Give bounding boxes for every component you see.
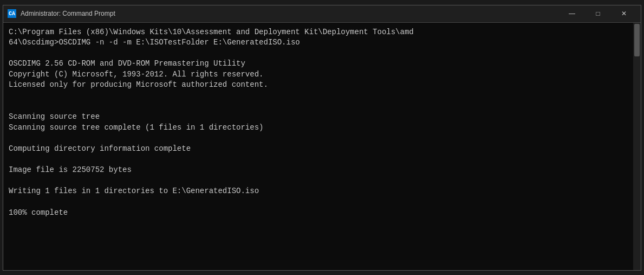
console-blank-line xyxy=(9,48,628,59)
console-area: C:\Program Files (x86)\Windows Kits\10\A… xyxy=(3,23,641,270)
console-blank-line xyxy=(9,91,628,101)
console-line: Image file is 2250752 bytes xyxy=(9,165,628,176)
window-title: Administrator: Command Prompt xyxy=(21,10,115,17)
console-line: OSCDIMG 2.56 CD-ROM and DVD-ROM Premaste… xyxy=(9,59,628,69)
console-output[interactable]: C:\Program Files (x86)\Windows Kits\10\A… xyxy=(3,23,633,270)
maximize-button[interactable]: □ xyxy=(586,6,610,21)
console-line: Writing 1 files in 1 directories to E:\G… xyxy=(9,186,628,197)
title-bar-left: CA Administrator: Command Prompt xyxy=(8,9,115,18)
title-bar: CA Administrator: Command Prompt — □ ✕ xyxy=(3,5,641,23)
console-blank-line xyxy=(9,133,628,144)
minimize-button[interactable]: — xyxy=(560,6,584,21)
console-line: Computing directory information complete xyxy=(9,144,628,155)
window-icon: CA xyxy=(8,9,16,18)
close-button[interactable]: ✕ xyxy=(612,6,636,21)
console-blank-line xyxy=(9,197,628,208)
console-line: Scanning source tree xyxy=(9,112,628,123)
command-prompt-window: CA Administrator: Command Prompt — □ ✕ C… xyxy=(3,5,641,271)
console-blank-line xyxy=(9,155,628,165)
console-line: Copyright (C) Microsoft, 1993-2012. All … xyxy=(9,69,628,80)
title-bar-controls: — □ ✕ xyxy=(560,6,636,21)
scrollbar[interactable] xyxy=(633,23,641,270)
console-line: 64\Oscdimg>OSCDIMG -n -d -m E:\ISOTestFo… xyxy=(9,37,628,48)
console-line: Licensed only for producing Microsoft au… xyxy=(9,80,628,91)
console-line: C:\Program Files (x86)\Windows Kits\10\A… xyxy=(9,27,628,38)
scrollbar-thumb xyxy=(634,24,640,56)
console-blank-line xyxy=(9,101,628,112)
console-line: 100% complete xyxy=(9,208,628,219)
console-line: Scanning source tree complete (1 files i… xyxy=(9,123,628,133)
console-blank-line xyxy=(9,176,628,187)
